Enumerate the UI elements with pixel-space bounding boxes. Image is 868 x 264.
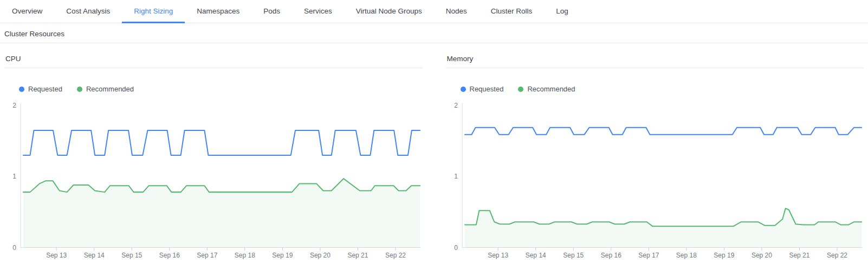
legend-item-recommended[interactable]: Recommended [77,85,134,93]
x-tick-label: Sep 17 [638,252,659,259]
legend-dot-icon [77,87,82,92]
x-tick-label: Sep 21 [789,252,809,259]
series-area-recommended [464,208,861,247]
tab-services[interactable]: Services [292,0,344,23]
charts-row: CPU Requested Recommended 012Sep 13Sep 1… [0,55,868,260]
section-title: Cluster Resources [0,23,868,43]
x-tick-label: Sep 14 [525,252,546,259]
x-tick-label: Sep 22 [826,252,847,259]
cpu-legend: Requested Recommended [19,85,423,93]
x-tick-label: Sep 16 [600,252,621,259]
x-tick-label: Sep 19 [714,252,734,259]
x-tick-label: Sep 20 [751,252,772,259]
y-tick-label: 1 [454,173,458,180]
tab-virtual-node-groups[interactable]: Virtual Node Groups [344,0,434,23]
tab-log[interactable]: Log [544,0,580,23]
y-tick-label: 2 [12,102,16,109]
series-line-requested [464,128,861,135]
legend-label: Requested [28,85,62,93]
x-tick-label: Sep 15 [121,252,142,259]
legend-item-requested[interactable]: Requested [461,85,504,93]
memory-chart-canvas: 012Sep 13Sep 14Sep 15Sep 16Sep 17Sep 18S… [446,100,864,260]
x-tick-label: Sep 13 [46,252,67,259]
x-tick-label: Sep 22 [385,252,406,259]
series-line-requested [23,130,420,155]
x-tick-label: Sep 19 [272,252,293,259]
tab-cluster-rolls[interactable]: Cluster Rolls [479,0,545,23]
legend-label: Recommended [86,85,134,93]
cpu-chart-title: CPU [4,55,423,68]
cpu-chart-panel: CPU Requested Recommended 012Sep 13Sep 1… [4,55,423,260]
y-tick-label: 1 [12,173,16,180]
legend-dot-icon [19,87,24,92]
x-tick-label: Sep 21 [347,252,368,259]
tab-namespaces[interactable]: Namespaces [185,0,251,23]
series-area-recommended [23,179,420,247]
tab-cost-analysis[interactable]: Cost Analysis [54,0,122,23]
legend-label: Recommended [527,85,575,93]
x-tick-label: Sep 13 [488,252,508,259]
x-tick-label: Sep 17 [197,252,217,259]
memory-chart-panel: Memory Requested Recommended 012Sep 13Se… [446,55,864,260]
y-tick-label: 2 [454,102,458,109]
legend-label: Requested [470,85,504,93]
memory-legend: Requested Recommended [461,85,864,93]
memory-chart-title: Memory [446,55,864,68]
tab-nodes[interactable]: Nodes [434,0,479,23]
cpu-chart-canvas: 012Sep 13Sep 14Sep 15Sep 16Sep 17Sep 18S… [4,100,423,260]
x-tick-label: Sep 20 [310,252,331,259]
tab-pods[interactable]: Pods [251,0,292,23]
y-tick-label: 0 [454,244,458,252]
tab-right-sizing[interactable]: Right Sizing [122,0,185,23]
x-tick-label: Sep 18 [235,252,255,259]
x-tick-label: Sep 16 [159,252,180,259]
x-tick-label: Sep 18 [676,252,696,259]
tab-bar: OverviewCost AnalysisRight SizingNamespa… [0,0,868,23]
x-tick-label: Sep 14 [84,252,105,259]
y-tick-label: 0 [12,244,16,252]
legend-item-requested[interactable]: Requested [19,85,62,93]
legend-dot-icon [518,87,523,92]
x-tick-label: Sep 15 [563,252,584,259]
tab-overview[interactable]: Overview [0,0,54,23]
legend-dot-icon [461,87,466,92]
legend-item-recommended[interactable]: Recommended [518,85,575,93]
